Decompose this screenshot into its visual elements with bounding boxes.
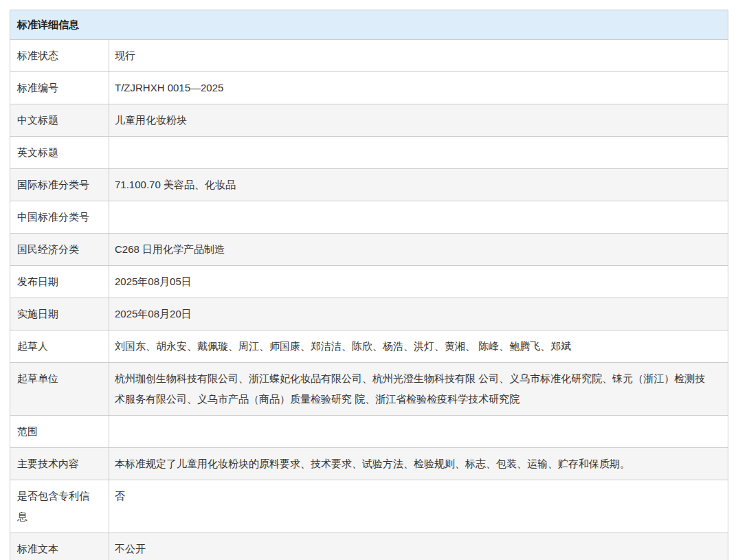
table-row: 英文标题 (10, 137, 728, 169)
row-label: 起草单位 (10, 363, 109, 415)
row-value: 杭州珈创生物科技有限公司、浙江蝶妃化妆品有限公司、杭州光澄生物科技有限 公司、义… (109, 363, 728, 415)
row-label: 国际标准分类号 (10, 169, 109, 201)
row-value (109, 416, 728, 447)
page: 标准详细信息 标准状态现行标准编号T/ZJRHXH 0015—2025中文标题儿… (0, 0, 738, 560)
row-value: 2025年08月20日 (109, 298, 728, 330)
row-value: 本标准规定了儿童用化妆粉块的原料要求、技术要求、试验方法、检验规则、标志、包装、… (109, 448, 728, 480)
row-value: 现行 (109, 40, 728, 71)
table-row: 中文标题儿童用化妆粉块 (10, 104, 728, 137)
row-label: 英文标题 (10, 137, 109, 168)
table-row: 国际标准分类号71.100.70 美容品、化妆品 (10, 169, 728, 201)
row-value: 刘国东、胡永安、戴佩璇、周江、师国康、郑洁洁、陈欣、杨浩、洪灯、黄湘、 陈峰、鲍… (109, 331, 728, 362)
table-row: 实施日期2025年08月20日 (10, 298, 728, 331)
row-value: T/ZJRHXH 0015—2025 (109, 72, 728, 104)
row-label: 主要技术内容 (10, 448, 109, 480)
table-row: 中国标准分类号 (10, 201, 728, 234)
table-title: 标准详细信息 (10, 10, 728, 40)
row-label: 标准编号 (10, 72, 109, 104)
table-row: 标准文本不公开 (10, 533, 728, 560)
table-row: 主要技术内容本标准规定了儿童用化妆粉块的原料要求、技术要求、试验方法、检验规则、… (10, 448, 728, 480)
table-body: 标准状态现行标准编号T/ZJRHXH 0015—2025中文标题儿童用化妆粉块英… (10, 40, 728, 560)
table-row: 国民经济分类C268 日用化学产品制造 (10, 234, 728, 266)
table-row: 标准状态现行 (10, 40, 728, 72)
table-row: 起草单位杭州珈创生物科技有限公司、浙江蝶妃化妆品有限公司、杭州光澄生物科技有限 … (10, 363, 728, 416)
row-label: 范围 (10, 416, 109, 447)
row-value: 不公开 (109, 533, 728, 560)
row-label: 中文标题 (10, 104, 109, 136)
row-label: 起草人 (10, 331, 109, 362)
table-row: 标准编号T/ZJRHXH 0015—2025 (10, 72, 728, 104)
table-row: 起草人刘国东、胡永安、戴佩璇、周江、师国康、郑洁洁、陈欣、杨浩、洪灯、黄湘、 陈… (10, 331, 728, 363)
standard-detail-table: 标准详细信息 标准状态现行标准编号T/ZJRHXH 0015—2025中文标题儿… (10, 10, 728, 560)
row-value: 2025年08月05日 (109, 266, 728, 298)
row-label: 实施日期 (10, 298, 109, 330)
row-value: C268 日用化学产品制造 (109, 234, 728, 265)
row-value: 71.100.70 美容品、化妆品 (109, 169, 728, 201)
row-label: 国民经济分类 (10, 234, 109, 265)
row-value (109, 201, 728, 233)
row-value (109, 137, 728, 168)
row-label: 发布日期 (10, 266, 109, 298)
row-label: 标准文本 (10, 533, 109, 560)
table-row: 发布日期2025年08月05日 (10, 266, 728, 298)
table-row: 是否包含专利信息否 (10, 480, 728, 533)
row-value: 儿童用化妆粉块 (109, 104, 728, 136)
row-label: 中国标准分类号 (10, 201, 109, 233)
row-label: 标准状态 (10, 40, 109, 71)
row-label: 是否包含专利信息 (10, 480, 109, 533)
row-value: 否 (109, 480, 728, 533)
table-row: 范围 (10, 416, 728, 448)
